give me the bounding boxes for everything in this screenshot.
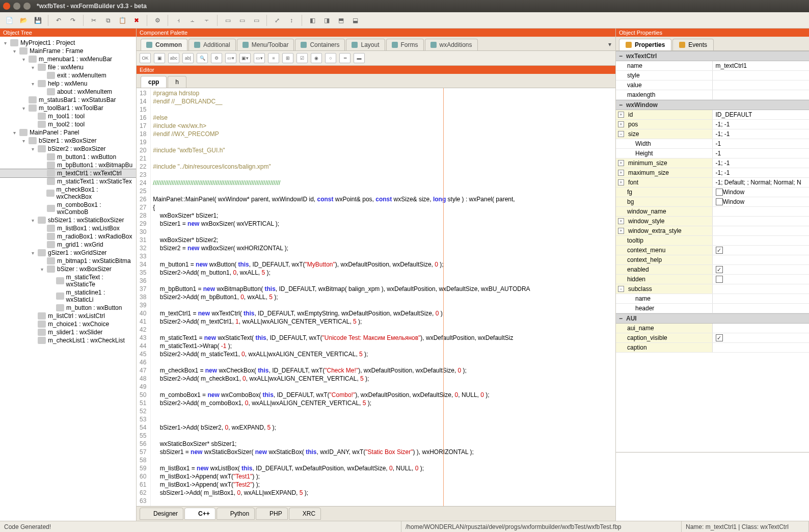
prop-row-style[interactable]: style	[616, 71, 809, 81]
tree-item[interactable]: m_slider1 : wxSlider	[0, 328, 136, 336]
tree-twisty-icon[interactable]: ▾	[20, 56, 26, 62]
prop-row-aui_name[interactable]: aui_name	[616, 324, 809, 333]
tree-item[interactable]: m_button1 : wxButton	[0, 153, 136, 161]
view-tab-python[interactable]: Python	[217, 508, 255, 520]
new-project-button[interactable]: 📄	[3, 14, 15, 26]
prop-row-caption_visible[interactable]: caption_visible✓	[616, 333, 809, 343]
prop-row-window_extra_style[interactable]: +window_extra_style	[616, 226, 809, 236]
tree-twisty-icon[interactable]: ▾	[30, 81, 36, 87]
generate-code-button[interactable]: ⚙	[151, 14, 164, 26]
prop-value[interactable]	[713, 236, 810, 245]
code-editor[interactable]: 1314151617181920212223242526272829303132…	[137, 88, 615, 506]
prop-row-name[interactable]: namem_textCtrl1	[616, 61, 809, 71]
window-close-button[interactable]	[3, 3, 10, 10]
prop-value[interactable]: m_textCtrl1	[713, 61, 810, 70]
align-top-button[interactable]: ▭	[222, 14, 234, 26]
tree-item[interactable]: ▾bSizer2 : wxBoxSizer	[0, 145, 136, 153]
cut-button[interactable]: ✂	[88, 14, 100, 26]
expand-icon[interactable]: +	[618, 179, 624, 185]
tree-twisty-icon[interactable]: ▾	[11, 129, 17, 136]
prop-category[interactable]: −AUI	[616, 313, 809, 324]
tree-item[interactable]: ▾bSizer1 : wxBoxSizer	[0, 137, 136, 145]
property-grid[interactable]: −wxTextCtrlnamem_textCtrl1stylevaluemaxl…	[616, 51, 809, 452]
prop-row-hidden[interactable]: hidden	[616, 275, 809, 284]
tree-twisty-icon[interactable]: ▾	[30, 64, 36, 70]
prop-row-pos[interactable]: +pos-1; -1	[616, 120, 809, 129]
tree-item[interactable]: exit : wxMenuItem	[0, 71, 136, 79]
prop-row-name[interactable]: name	[616, 294, 809, 304]
paste-button[interactable]: 📋	[116, 14, 128, 26]
prop-row-size[interactable]: −size-1; -1	[616, 129, 809, 139]
palette-radio-item[interactable]: ◉	[311, 53, 322, 63]
prop-row-maxlength[interactable]: maxlength	[616, 90, 809, 100]
prop-value[interactable]	[713, 81, 810, 90]
prop-value[interactable]	[713, 90, 810, 99]
view-tab-designer[interactable]: Designer	[140, 508, 183, 520]
view-tab-c[interactable]: C++	[184, 508, 215, 520]
prop-value[interactable]: -1	[713, 139, 810, 148]
tree-item[interactable]: m_grid1 : wxGrid	[0, 241, 136, 249]
prop-row-subclass[interactable]: −subclass	[616, 284, 809, 294]
prop-category[interactable]: −wxTextCtrl	[616, 51, 809, 61]
prop-row-Width[interactable]: Width-1	[616, 139, 809, 149]
palette-bitmapbutton-item[interactable]: ▣	[154, 53, 165, 63]
expand-icon[interactable]: +	[618, 228, 624, 234]
palette-tab-additional[interactable]: Additional	[188, 39, 236, 50]
tree-item[interactable]: m_staticText : wxStaticTe	[0, 273, 136, 288]
tree-twisty-icon[interactable]: ▾	[2, 40, 8, 46]
stretch-button[interactable]: ↕	[285, 14, 298, 26]
prop-value[interactable]	[713, 304, 810, 313]
prop-value[interactable]: ✓	[713, 333, 810, 342]
prop-row-font[interactable]: +font-1; Default; ; Normal; Normal; N	[616, 178, 809, 188]
prop-value[interactable]: ID_DEFAULT	[713, 110, 810, 119]
prop-value[interactable]	[713, 226, 810, 235]
prop-row-window_name[interactable]: window_name	[616, 207, 809, 217]
object-tree[interactable]: ▾MyProject1 : Project▾MainFrame : Frame▾…	[0, 37, 136, 521]
palette-button-item[interactable]: OK	[140, 53, 151, 63]
prop-value[interactable]: -1; -1	[713, 129, 810, 139]
checkbox[interactable]: ✓	[716, 247, 723, 254]
tree-item[interactable]: ▾MainFrame : Frame	[0, 47, 136, 55]
prop-value[interactable]	[713, 294, 810, 303]
tree-item[interactable]: about : wxMenuItem	[0, 88, 136, 96]
palette-tab-layout[interactable]: Layout	[346, 39, 385, 50]
palette-tab-containers[interactable]: Containers	[295, 39, 345, 50]
checkbox[interactable]: ✓	[716, 266, 723, 273]
prop-value[interactable]: -1; -1	[713, 158, 810, 168]
palette-checkbox-item[interactable]: ☑	[296, 53, 308, 63]
palette-combo-bitmap-item[interactable]: ▣▾	[239, 53, 251, 63]
tree-item[interactable]: ▾m_menubar1 : wxMenuBar	[0, 55, 136, 63]
expand-icon[interactable]: +	[618, 112, 624, 118]
tree-item[interactable]: m_statusBar1 : wxStatusBar	[0, 96, 136, 104]
copy-button[interactable]: ⧉	[102, 14, 114, 26]
align-middle-button[interactable]: ▭	[236, 14, 248, 26]
palette-listctrl-item[interactable]: ⊞	[282, 53, 293, 63]
prop-row-bg[interactable]: bg Window	[616, 197, 809, 207]
tree-item[interactable]: m_comboBox1 : wxComboB	[0, 201, 136, 216]
expand-icon[interactable]: +	[618, 121, 624, 127]
tree-item[interactable]: m_checkBox1 : wxCheckBox	[0, 185, 136, 201]
tree-twisty-icon[interactable]: ▾	[30, 250, 36, 256]
prop-row-caption[interactable]: caption	[616, 343, 809, 353]
palette-textctrl-item[interactable]: ab|	[182, 53, 194, 63]
palette-slider-item[interactable]: ━	[339, 53, 350, 63]
expand-icon[interactable]: +	[618, 170, 624, 176]
prop-row-tooltip[interactable]: tooltip	[616, 236, 809, 246]
prop-value[interactable]	[713, 217, 810, 226]
prop-row-enabled[interactable]: enabled✓	[616, 265, 809, 275]
prop-row-context_menu[interactable]: context_menu✓	[616, 246, 809, 255]
prop-value[interactable]: -1	[713, 149, 810, 158]
tree-item[interactable]: ▾gSizer1 : wxGridSizer	[0, 249, 136, 257]
expand-icon[interactable]: −	[618, 131, 624, 137]
tree-item[interactable]: m_bitmap1 : wxStaticBitma	[0, 257, 136, 265]
tree-item[interactable]: m_radioBox1 : wxRadioBox	[0, 232, 136, 241]
tree-twisty-icon[interactable]: ▾	[30, 217, 36, 223]
palette-tab-common[interactable]: Common	[141, 39, 187, 50]
save-button[interactable]: 💾	[32, 14, 44, 26]
tree-item[interactable]: ▾MainPanel : Panel	[0, 128, 136, 137]
tree-item[interactable]: ▾bSizer : wxBoxSizer	[0, 265, 136, 273]
prop-row-value[interactable]: value	[616, 81, 809, 90]
palette-tab-menu-toolbar[interactable]: Menu/Toolbar	[237, 39, 294, 50]
code-content[interactable]: #pragma hdrstop#endif //__BORLANDC__#els…	[151, 88, 532, 506]
tree-twisty-icon[interactable]: ▾	[20, 138, 26, 144]
